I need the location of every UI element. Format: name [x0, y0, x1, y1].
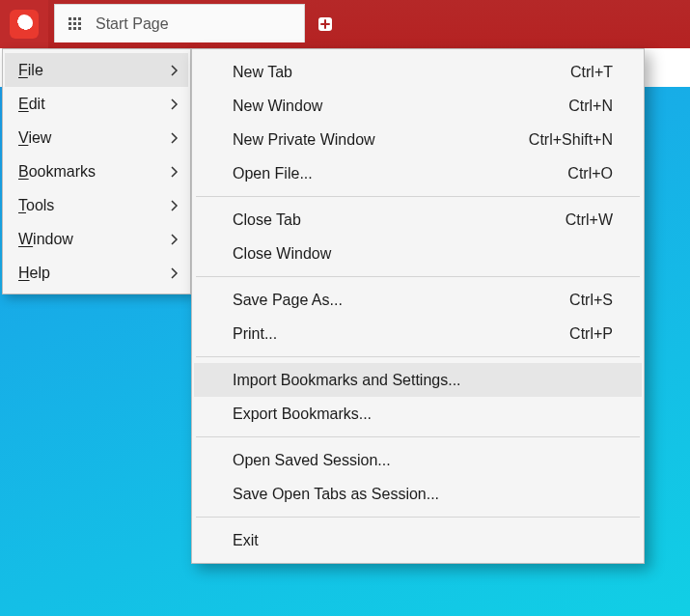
tab-title: Start Page	[96, 15, 169, 33]
new-tab-button[interactable]	[311, 6, 340, 42]
plus-icon	[316, 14, 335, 34]
menu-item-help[interactable]: Help	[5, 256, 188, 290]
menu-separator	[196, 436, 640, 437]
file-submenu: New TabCtrl+TNew WindowCtrl+NNew Private…	[191, 48, 645, 564]
vivaldi-menu-button[interactable]	[0, 0, 48, 48]
file-menu-item-close-window[interactable]: Close Window	[194, 237, 642, 270]
menu-item-label: Close Window	[233, 245, 613, 263]
file-menu-item-import-bookmarks-and-settings[interactable]: Import Bookmarks and Settings...	[194, 363, 642, 397]
menu-item-shortcut: Ctrl+P	[569, 325, 613, 343]
browser-window: Start Page FileEditViewBookmarksToolsWin…	[0, 0, 690, 616]
menu-item-shortcut: Ctrl+W	[566, 211, 613, 229]
menu-item-shortcut: Ctrl+T	[570, 64, 613, 81]
menu-item-edit[interactable]: Edit	[5, 87, 188, 121]
menu-item-label: Save Page As...	[233, 292, 569, 309]
file-menu-item-export-bookmarks[interactable]: Export Bookmarks...	[194, 397, 642, 431]
vivaldi-logo-icon	[10, 10, 39, 39]
file-menu-item-save-open-tabs-as-session[interactable]: Save Open Tabs as Session...	[194, 477, 642, 511]
file-menu-item-open-saved-session[interactable]: Open Saved Session...	[194, 443, 642, 477]
menu-item-label: Tools	[18, 197, 54, 214]
chevron-right-icon	[171, 132, 179, 144]
title-bar: Start Page	[0, 0, 690, 48]
menu-separator	[196, 196, 640, 197]
chevron-right-icon	[171, 267, 179, 279]
menu-item-shortcut: Ctrl+N	[568, 98, 613, 115]
menu-item-label: Window	[18, 231, 73, 248]
menu-separator	[196, 356, 640, 357]
menu-item-label: Print...	[233, 325, 569, 343]
menu-item-view[interactable]: View	[5, 121, 188, 154]
menu-item-shortcut: Ctrl+S	[569, 292, 613, 309]
chevron-right-icon	[171, 65, 179, 76]
menu-item-label: Exit	[233, 532, 613, 549]
menu-item-label: Export Bookmarks...	[233, 406, 613, 423]
menu-item-window[interactable]: Window	[5, 222, 188, 256]
file-menu-item-new-window[interactable]: New WindowCtrl+N	[194, 89, 642, 123]
menu-item-label: New Window	[233, 98, 568, 115]
menu-item-bookmarks[interactable]: Bookmarks	[5, 154, 188, 188]
file-menu-item-save-page-as[interactable]: Save Page As...Ctrl+S	[194, 283, 642, 317]
file-menu-item-print[interactable]: Print...Ctrl+P	[194, 317, 642, 350]
menu-item-label: Save Open Tabs as Session...	[233, 486, 613, 503]
menu-item-label: New Tab	[233, 64, 570, 81]
chevron-right-icon	[171, 234, 179, 245]
menu-item-label: View	[18, 129, 51, 147]
menu-item-label: Import Bookmarks and Settings...	[233, 372, 613, 389]
menu-item-label: Bookmarks	[18, 163, 96, 181]
file-menu-item-new-private-window[interactable]: New Private WindowCtrl+Shift+N	[194, 123, 642, 156]
menu-item-shortcut: Ctrl+Shift+N	[529, 131, 613, 149]
file-menu-item-new-tab[interactable]: New TabCtrl+T	[194, 55, 642, 89]
menu-separator	[196, 517, 640, 518]
menu-item-label: Open Saved Session...	[233, 452, 613, 469]
chevron-right-icon	[171, 98, 179, 110]
menu-item-label: Close Tab	[233, 211, 566, 229]
menu-item-tools[interactable]: Tools	[5, 188, 188, 222]
chevron-right-icon	[171, 200, 179, 211]
menu-item-label: Edit	[18, 96, 45, 113]
menu-separator	[196, 276, 640, 277]
chevron-right-icon	[171, 166, 179, 178]
tab-start-page[interactable]: Start Page	[54, 4, 305, 42]
menu-item-label: Help	[18, 265, 50, 282]
menu-item-label: New Private Window	[233, 131, 529, 149]
speed-dial-icon	[69, 17, 82, 31]
main-menu: FileEditViewBookmarksToolsWindowHelp	[2, 48, 191, 294]
file-menu-item-close-tab[interactable]: Close TabCtrl+W	[194, 203, 642, 237]
menu-item-label: File	[18, 62, 43, 79]
menu-item-file[interactable]: File	[5, 53, 188, 87]
menu-item-shortcut: Ctrl+O	[567, 165, 613, 182]
menu-item-label: Open File...	[233, 165, 567, 182]
file-menu-item-exit[interactable]: Exit	[194, 523, 642, 557]
file-menu-item-open-file[interactable]: Open File...Ctrl+O	[194, 156, 642, 190]
